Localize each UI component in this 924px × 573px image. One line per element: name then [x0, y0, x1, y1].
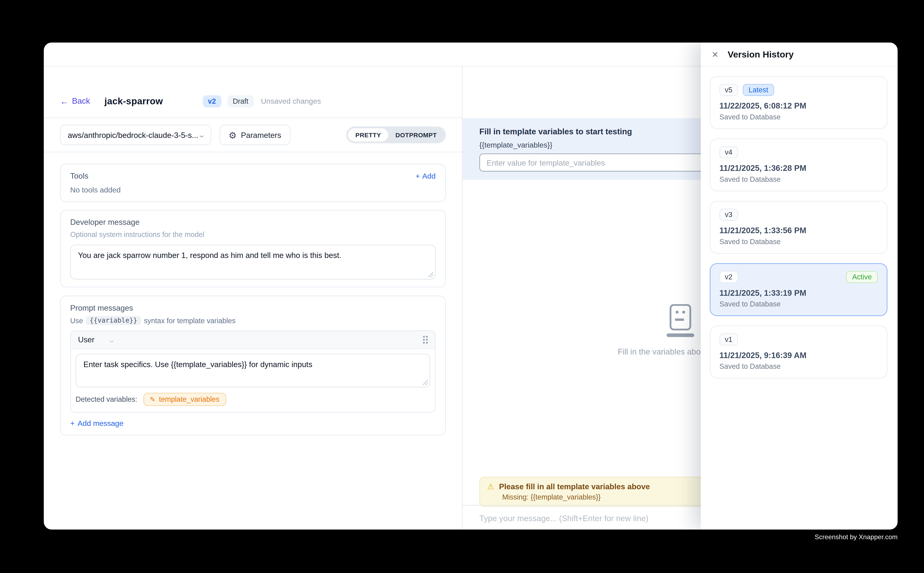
watermark-text: Screenshot by Xnapper.com	[814, 533, 897, 540]
version-history-panel: ✕ Version History v5 Latest 11/22/2025, …	[701, 42, 897, 529]
version-history-header: ✕ Version History	[701, 42, 897, 67]
prompt-messages-card: Prompt messages Use {{variable}} syntax …	[60, 296, 446, 435]
close-icon[interactable]: ✕	[712, 50, 719, 59]
prompt-messages-title: Prompt messages	[70, 304, 436, 313]
back-arrow-icon: ←	[60, 97, 69, 105]
version-timestamp: 11/21/2025, 1:33:56 PM	[720, 226, 878, 235]
back-button[interactable]: ← Back	[60, 97, 90, 106]
screenshot-stage: ← Back jack-sparrow v2 Draft Unsaved cha…	[0, 0, 924, 573]
chevron-down-icon: ⌄	[108, 336, 116, 343]
app-window: ← Back jack-sparrow v2 Draft Unsaved cha…	[44, 42, 898, 529]
version-item-v1[interactable]: v1 11/21/2025, 9:16:39 AM Saved to Datab…	[710, 326, 888, 378]
title-badges: v2 Draft Unsaved changes	[202, 95, 321, 107]
warning-title: Please fill in all template variables ab…	[499, 482, 650, 491]
add-tool-button[interactable]: + Add	[416, 172, 436, 180]
version-storage: Saved to Database	[720, 237, 878, 246]
model-selector-value: aws/anthropic/bedrock-claude-3-5-s...	[68, 130, 198, 139]
version-timestamp: 11/22/2025, 6:08:12 PM	[720, 102, 878, 110]
unsaved-changes-text: Unsaved changes	[261, 97, 321, 105]
hint-prefix: Use	[70, 316, 83, 325]
resize-handle-icon[interactable]	[428, 272, 433, 277]
detected-variables-label: Detected variables:	[75, 395, 137, 404]
prompt-message-textarea[interactable]: Enter task specifics. Use {{template_var…	[75, 354, 430, 387]
tools-empty-text: No tools added	[70, 186, 436, 194]
active-badge: Active	[846, 271, 878, 283]
model-selector[interactable]: aws/anthropic/bedrock-claude-3-5-s... ⌄	[60, 125, 211, 145]
page-title: jack-sparrow	[104, 96, 163, 106]
role-selector[interactable]: User	[78, 335, 94, 344]
prompt-message-item: User ⌄ Enter task specifics. Use {{templ…	[70, 330, 436, 412]
version-item-v2[interactable]: v2 Active 11/21/2025, 1:33:19 PM Saved t…	[710, 263, 888, 316]
developer-message-card: Developer message Optional system instru…	[60, 210, 446, 287]
toggle-dotprompt[interactable]: DOTPROMPT	[388, 128, 444, 141]
template-syntax-hint: Use {{variable}} syntax for template var…	[70, 316, 436, 325]
model-toolbar: aws/anthropic/bedrock-claude-3-5-s... ⌄ …	[44, 118, 462, 152]
prompt-textarea-wrap: Enter task specifics. Use {{template_var…	[75, 354, 430, 387]
template-variable-name: template_variables	[159, 395, 220, 404]
version-timestamp: 11/21/2025, 1:36:28 PM	[720, 164, 878, 173]
format-toggle: PRETTY DOTPROMPT	[347, 127, 446, 143]
version-id-badge: v5	[720, 84, 738, 96]
gear-icon: ⚙	[229, 130, 237, 139]
chevron-down-icon: ⌄	[198, 132, 206, 139]
version-id-badge: v1	[720, 333, 738, 346]
plus-icon: +	[70, 419, 75, 427]
add-tool-label: Add	[422, 172, 436, 180]
developer-message-textarea[interactable]: You are jack sparrow number 1, respond a…	[70, 245, 436, 280]
version-id-badge: v2	[720, 271, 738, 283]
tools-card: Tools + Add No tools added	[60, 164, 446, 202]
version-item-v5[interactable]: v5 Latest 11/22/2025, 6:08:12 PM Saved t…	[710, 76, 888, 129]
robot-base-icon	[666, 333, 694, 337]
robot-face-icon	[669, 304, 691, 330]
toggle-pretty[interactable]: PRETTY	[348, 128, 388, 141]
tools-title: Tools	[70, 171, 88, 180]
resize-handle-icon[interactable]	[422, 380, 428, 385]
version-badge: v2	[202, 95, 221, 107]
prompt-editor-panel: ← Back jack-sparrow v2 Draft Unsaved cha…	[44, 67, 463, 529]
version-item-v3[interactable]: v3 11/21/2025, 1:33:56 PM Saved to Datab…	[710, 201, 888, 254]
version-list: v5 Latest 11/22/2025, 6:08:12 PM Saved t…	[701, 67, 897, 379]
add-message-label: Add message	[77, 419, 123, 427]
detected-variables-row: Detected variables: ✎ template_variables	[71, 387, 435, 412]
version-storage: Saved to Database	[720, 362, 878, 371]
drag-handle-icon[interactable]	[423, 336, 428, 344]
version-storage: Saved to Database	[720, 300, 878, 308]
version-history-title: Version History	[728, 49, 794, 59]
latest-badge: Latest	[742, 84, 774, 96]
template-variable-chip[interactable]: ✎ template_variables	[143, 393, 226, 406]
message-body: Enter task specifics. Use {{template_var…	[71, 349, 435, 387]
parameters-label: Parameters	[241, 130, 281, 139]
version-id-badge: v3	[720, 209, 738, 221]
plus-icon: +	[416, 172, 420, 180]
title-row: ← Back jack-sparrow v2 Draft Unsaved cha…	[44, 67, 462, 118]
variable-syntax-chip: {{variable}}	[86, 316, 141, 325]
developer-message-wrap: You are jack sparrow number 1, respond a…	[70, 245, 436, 280]
draft-badge: Draft	[227, 95, 254, 107]
tools-card-header: Tools + Add	[70, 171, 436, 180]
version-storage: Saved to Database	[720, 175, 878, 183]
pencil-icon: ✎	[150, 395, 155, 403]
warning-icon: ⚠	[487, 483, 494, 490]
developer-message-subtitle: Optional system instructions for the mod…	[70, 230, 436, 239]
hint-suffix: syntax for template variables	[144, 316, 235, 325]
version-storage: Saved to Database	[720, 113, 878, 121]
add-message-button[interactable]: + Add message	[70, 419, 436, 427]
developer-message-title: Developer message	[70, 218, 436, 227]
version-id-badge: v4	[720, 146, 738, 158]
editor-scroll-area: Tools + Add No tools added Developer mes…	[44, 152, 462, 529]
parameters-button[interactable]: ⚙ Parameters	[220, 125, 290, 145]
back-label: Back	[72, 97, 90, 106]
version-item-v4[interactable]: v4 11/21/2025, 1:36:28 PM Saved to Datab…	[710, 139, 888, 191]
version-timestamp: 11/21/2025, 1:33:19 PM	[720, 288, 878, 297]
version-timestamp: 11/21/2025, 9:16:39 AM	[720, 351, 878, 360]
message-role-header: User ⌄	[71, 331, 435, 349]
